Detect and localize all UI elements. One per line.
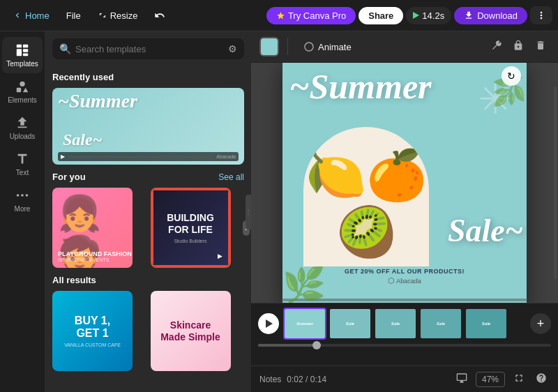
animate-icon xyxy=(303,41,315,52)
svg-rect-3 xyxy=(23,49,28,52)
building-card-bg: BUILDINGFOR LIFE Studio Builders ▶ xyxy=(152,189,229,266)
svg-rect-2 xyxy=(17,49,22,56)
vertical-scrollbar[interactable] xyxy=(554,86,557,278)
notes-label[interactable]: Notes xyxy=(259,375,281,384)
skincare-card-bg: SkincareMade Simple xyxy=(151,291,231,371)
timeline-thumb-1[interactable]: Summer xyxy=(283,308,326,340)
svg-rect-1 xyxy=(23,45,28,48)
add-slide-button[interactable]: + xyxy=(530,313,551,334)
timeline-progress[interactable] xyxy=(258,344,551,347)
panel-resize-handle[interactable]: ⋮ xyxy=(246,195,251,229)
thumb-preview-1: Summer xyxy=(285,309,325,338)
animate-button[interactable]: Animate xyxy=(296,38,359,56)
template-card-skincare[interactable]: SkincareMade Simple xyxy=(151,291,231,371)
timeline-thumb-4[interactable]: Sale xyxy=(419,308,462,340)
timeline-thumb-2[interactable]: Sale xyxy=(329,308,372,340)
monitor-icon xyxy=(456,372,467,384)
canvas-content: ~Summer ✳ 🌿 🍋🍊🥝 Sale~ xyxy=(282,63,527,303)
fullscreen-icon xyxy=(513,372,525,384)
search-bar: 🔍 ⚙ xyxy=(45,31,251,65)
template-card-buy[interactable]: BUY 1,GET 1 VANILLA CUSTOM CAFE xyxy=(52,291,133,371)
template-card-summer-recent[interactable]: ~Summer Sale~ ▶ Abacada xyxy=(52,88,244,165)
color-swatch[interactable] xyxy=(259,37,279,56)
zoom-button[interactable]: 47% xyxy=(476,372,505,387)
more-options-button[interactable] xyxy=(530,6,552,24)
all-results-grid: BUY 1,GET 1 VANILLA CUSTOM CAFE Skincare… xyxy=(52,291,244,371)
video-icon: ▶ xyxy=(218,252,223,259)
building-sub-text: Studio Builders xyxy=(174,239,206,243)
progress-thumb[interactable] xyxy=(312,341,321,349)
templates-icon xyxy=(15,43,30,58)
toolbar-right xyxy=(487,36,550,57)
delete-button[interactable] xyxy=(531,36,550,57)
recently-used-title: Recently used xyxy=(52,72,244,82)
help-button[interactable] xyxy=(533,370,550,389)
refresh-button[interactable]: ↻ xyxy=(502,66,521,86)
file-label: File xyxy=(66,10,81,21)
brand-text: ⬡ Abacada xyxy=(282,276,527,285)
template-card-building[interactable]: BUILDINGFOR LIFE Studio Builders ▶ xyxy=(151,188,231,268)
video-bar: ▶ Abacada xyxy=(58,152,239,161)
buy-card-bg: BUY 1,GET 1 VANILLA CUSTOM CAFE xyxy=(52,291,133,371)
canvas-toolbar: Animate xyxy=(251,31,558,63)
uploads-label: Uploads xyxy=(10,133,36,140)
playground-card-bg: 👧🧒 playground fashion SPRINGTIME EVENTS xyxy=(52,188,133,268)
svg-point-8 xyxy=(17,194,20,197)
download-button[interactable]: Download xyxy=(454,7,527,24)
text-label: Text xyxy=(16,169,29,176)
animate-label: Animate xyxy=(318,42,352,52)
try-canva-label: Try Canva Pro xyxy=(288,10,346,21)
more-icon xyxy=(536,10,547,21)
resize-button[interactable]: Resize xyxy=(91,7,145,24)
wrench-button[interactable] xyxy=(487,36,505,57)
upload-icon xyxy=(15,115,30,130)
time-display: 0:02 / 0:14 xyxy=(287,375,326,384)
monitor-button[interactable] xyxy=(453,370,470,389)
filter-icon[interactable]: ⚙ xyxy=(228,43,237,54)
main-content: Templates Elements Uploads Text More 🔍 ⚙ xyxy=(0,31,558,392)
building-main-text: BUILDINGFOR LIFE xyxy=(167,212,214,236)
progress-fill xyxy=(258,344,317,347)
toolbar-divider xyxy=(287,38,288,55)
trash-icon xyxy=(535,40,546,51)
fullscreen-button[interactable] xyxy=(511,370,527,389)
see-all-button[interactable]: See all xyxy=(218,172,244,182)
elements-icon xyxy=(15,79,30,94)
download-label: Download xyxy=(477,10,518,21)
sidebar-item-elements[interactable]: Elements xyxy=(2,73,43,110)
sidebar-item-uploads[interactable]: Uploads xyxy=(2,110,43,146)
for-you-grid: 👧🧒 playground fashion SPRINGTIME EVENTS … xyxy=(52,188,244,268)
home-button[interactable]: Home xyxy=(6,7,56,24)
arch-container: 🍋🍊🥝 xyxy=(303,127,429,266)
thumb-preview-2: Sale xyxy=(330,309,370,338)
chevron-left-icon xyxy=(13,10,22,20)
canvas-viewport[interactable]: ~Summer ✳ 🌿 🍋🍊🥝 Sale~ xyxy=(251,63,558,303)
sidebar-item-templates[interactable]: Templates xyxy=(2,37,43,73)
skincare-text: SkincareMade Simple xyxy=(160,319,220,343)
template-card-playground[interactable]: 👧🧒 playground fashion SPRINGTIME EVENTS xyxy=(52,188,133,268)
play-button[interactable] xyxy=(258,313,279,334)
search-input[interactable] xyxy=(75,44,224,54)
design-canvas[interactable]: ~Summer ✳ 🌿 🍋🍊🥝 Sale~ xyxy=(282,63,527,303)
timeline-thumb-3[interactable]: Sale xyxy=(374,308,417,340)
timeline-thumb-5[interactable]: Sale xyxy=(465,308,508,340)
timer-button[interactable]: 14.2s xyxy=(406,7,451,24)
timeline-strip: Summer Sale Sale xyxy=(283,308,526,340)
recently-used-grid: ~Summer Sale~ ▶ Abacada xyxy=(52,88,244,165)
wrench-icon xyxy=(490,40,502,51)
text-icon xyxy=(15,151,30,167)
undo-button[interactable] xyxy=(147,6,172,24)
summer-title-recent: ~Summer xyxy=(58,91,137,111)
share-button[interactable]: Share xyxy=(359,7,403,24)
try-canva-button[interactable]: Try Canva Pro xyxy=(266,7,356,24)
sidebar-item-text[interactable]: Text xyxy=(2,146,43,182)
fruit-emoji: 🍋🍊🥝 xyxy=(303,146,429,261)
sidebar-item-more[interactable]: More xyxy=(2,182,43,218)
resize-label: Resize xyxy=(110,10,138,21)
lock-button[interactable] xyxy=(509,36,527,57)
for-you-title: For you xyxy=(52,172,86,182)
help-icon xyxy=(536,372,547,384)
file-button[interactable]: File xyxy=(59,7,88,24)
home-label: Home xyxy=(25,10,50,21)
thumb-preview-3: Sale xyxy=(375,309,416,338)
